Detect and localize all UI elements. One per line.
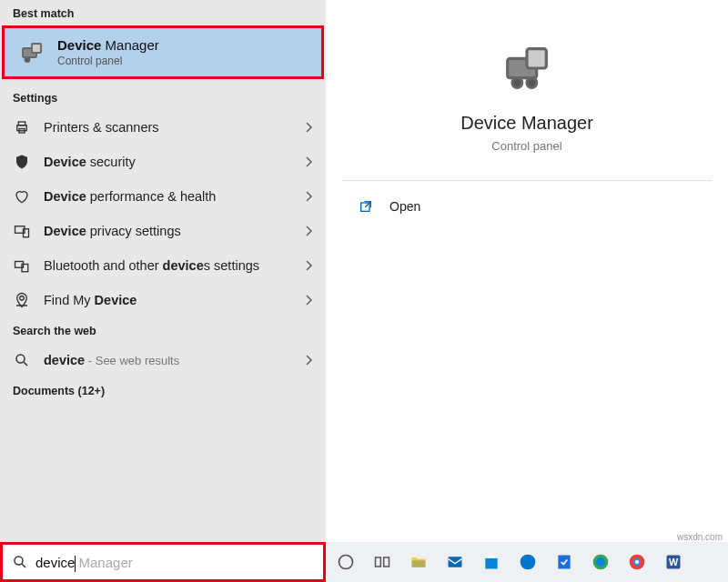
settings-item-bluetooth[interactable]: Bluetooth and other devices settings (0, 248, 326, 283)
chevron-right-icon (304, 190, 313, 203)
chevron-right-icon (304, 225, 313, 237)
device-manager-large-icon (495, 36, 559, 100)
svg-rect-24 (558, 556, 570, 569)
documents-header: Documents (12+) (0, 377, 326, 403)
edge-icon[interactable] (590, 551, 612, 573)
word-icon[interactable]: W (662, 551, 684, 573)
svg-rect-21 (449, 557, 462, 567)
text-caret (75, 556, 76, 572)
open-action[interactable]: Open (342, 194, 712, 219)
search-web-header: Search the web (0, 317, 326, 343)
open-label: Open (389, 199, 420, 214)
heart-icon (13, 187, 31, 206)
svg-point-10 (20, 296, 25, 301)
device-manager-icon (17, 38, 46, 67)
svg-point-18 (339, 556, 353, 569)
taskbar: W (326, 542, 728, 582)
chevron-right-icon (304, 156, 313, 168)
settings-header: Settings (0, 85, 326, 110)
svg-point-15 (527, 78, 537, 88)
location-icon (13, 291, 31, 309)
best-match-header: Best match (0, 0, 326, 25)
chrome-icon[interactable] (626, 551, 648, 573)
todo-icon[interactable] (553, 551, 575, 573)
preview-title: Device Manager (326, 113, 728, 134)
open-icon (359, 199, 375, 214)
settings-item-find-my-device[interactable]: Find My Device (0, 283, 326, 317)
search-box[interactable]: device Manager (0, 542, 326, 582)
chevron-right-icon (304, 354, 313, 366)
search-icon (12, 554, 28, 570)
search-web-item[interactable]: device - See web results (0, 343, 326, 377)
settings-item-printers[interactable]: Printers & scanners (0, 110, 326, 145)
search-icon (13, 351, 31, 369)
mail-icon[interactable] (444, 551, 466, 573)
preview-subtitle: Control panel (326, 139, 728, 153)
best-match-subtitle: Control panel (57, 55, 159, 67)
settings-item-device-performance[interactable]: Device performance & health (0, 179, 326, 214)
svg-rect-13 (527, 49, 546, 68)
chevron-right-icon (304, 259, 313, 272)
store-icon[interactable] (480, 551, 502, 573)
svg-point-29 (635, 560, 639, 564)
settings-item-device-privacy[interactable]: Device privacy settings (0, 214, 326, 248)
svg-point-2 (25, 57, 30, 62)
dell-icon[interactable] (517, 551, 539, 573)
chevron-right-icon (304, 121, 313, 134)
file-explorer-icon[interactable] (408, 551, 430, 573)
search-input[interactable]: device Manager (35, 555, 314, 570)
svg-point-17 (15, 557, 23, 565)
svg-point-23 (521, 555, 536, 570)
svg-point-14 (512, 78, 522, 88)
bluetooth-icon (13, 256, 31, 275)
svg-point-26 (596, 557, 605, 567)
svg-rect-20 (384, 557, 389, 567)
settings-item-device-security[interactable]: Device security (0, 145, 326, 179)
devices-icon (13, 222, 31, 240)
chevron-right-icon (304, 294, 313, 306)
svg-text:W: W (669, 557, 679, 567)
best-match-highlight: Device Manager Control panel (2, 25, 324, 79)
svg-rect-19 (376, 557, 381, 567)
svg-point-11 (16, 355, 25, 363)
printer-icon (13, 118, 31, 136)
best-match-title: Device Manager (57, 37, 159, 53)
preview-pane: Device Manager Control panel (326, 27, 728, 180)
svg-rect-1 (32, 44, 41, 53)
svg-rect-4 (18, 122, 25, 125)
svg-rect-22 (485, 558, 497, 569)
best-match-result[interactable]: Device Manager Control panel (5, 28, 321, 76)
cortana-icon[interactable] (335, 551, 357, 573)
watermark: wsxdn.com (677, 532, 723, 542)
task-view-icon[interactable] (371, 551, 393, 573)
shield-icon (13, 153, 31, 171)
